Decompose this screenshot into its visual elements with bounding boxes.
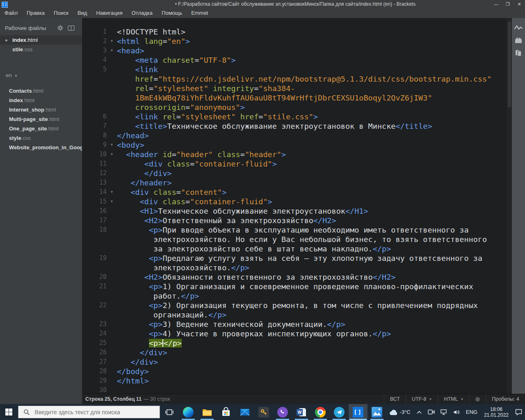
project-file[interactable]: Multi-page_site.html: [0, 114, 82, 124]
split-view-icon[interactable]: [68, 25, 75, 31]
start-button[interactable]: [0, 404, 18, 420]
scrollbar-thumb[interactable]: [508, 21, 511, 107]
taskbar-app-brackets[interactable]: []: [349, 404, 368, 420]
code-row[interactable]: работ.</p>: [82, 291, 512, 301]
taskbar-search[interactable]: [18, 406, 160, 418]
code-row[interactable]: 12 </div>: [82, 169, 512, 178]
menu-find[interactable]: Поиск: [49, 8, 73, 18]
project-file[interactable]: index.html: [0, 96, 82, 105]
code-row[interactable]: crossorigin="anonymous">: [82, 103, 512, 112]
taskbar-app-chrome[interactable]: [311, 404, 330, 420]
code-row[interactable]: 9▼<body>: [82, 140, 512, 150]
editor-scrollbar[interactable]: [507, 18, 512, 394]
code-row[interactable]: 17 <H2>Ответственный за электрохозяйство…: [82, 216, 512, 225]
search-input[interactable]: [34, 409, 155, 416]
code-row[interactable]: за электрохозяйство себе в штат весьма н…: [82, 244, 512, 253]
taskbar-app-word[interactable]: W: [292, 404, 311, 420]
code-row[interactable]: href="https://cdn.jsdelivr.net/npm/boots…: [82, 74, 512, 84]
code-row[interactable]: 13 </header>: [82, 178, 512, 187]
menu-edit[interactable]: Правка: [22, 8, 49, 18]
project-dropdown[interactable]: en▼: [0, 71, 82, 80]
live-preview-icon[interactable]: [514, 25, 523, 31]
minimize-button[interactable]: —: [491, 0, 502, 8]
clock[interactable]: 18:06 21.01.2022: [480, 406, 512, 418]
taskbar-app-file-explorer[interactable]: [198, 404, 217, 420]
weather-widget[interactable]: -3°C: [386, 404, 413, 420]
code-row[interactable]: 11 <div class="container-fluid">: [82, 159, 512, 169]
code-row[interactable]: 6 <link rel="stylesheet" href="stile.css…: [82, 112, 512, 121]
code-row[interactable]: 25 <p></p>: [82, 338, 512, 348]
volume-button[interactable]: [450, 404, 463, 420]
close-button[interactable]: ✕: [514, 0, 525, 8]
code-row[interactable]: 2▼<html lang="en">: [82, 37, 512, 46]
extension-manager-icon[interactable]: [514, 37, 523, 43]
taskbar-app-telegram[interactable]: [330, 404, 349, 420]
code-row[interactable]: электрохозяйство. Но если у Вас небольшо…: [82, 235, 512, 244]
menu-help[interactable]: Помощь: [157, 8, 187, 18]
code-row[interactable]: 1<!DOCTYPE html>: [82, 27, 512, 37]
working-file-stile-css[interactable]: stile.css: [0, 45, 82, 54]
code-row[interactable]: 19 <p>Предлагаю услугу взять на себя — э…: [82, 253, 512, 263]
indent-setting[interactable]: Пробелы: 4: [486, 394, 525, 404]
menu-emmet[interactable]: Emmet: [187, 8, 212, 18]
taskbar-app-edge[interactable]: [179, 404, 198, 420]
project-file[interactable]: style.css: [0, 133, 82, 143]
lint-status-indicator[interactable]: [469, 394, 486, 404]
menu-debug[interactable]: Отладка: [127, 8, 157, 18]
documents-icon[interactable]: [515, 49, 522, 57]
project-file[interactable]: One_page_site.html: [0, 124, 82, 133]
gear-icon[interactable]: [57, 25, 64, 31]
code-row[interactable]: 20 <H2>Обязанности ответственного за эле…: [82, 272, 512, 282]
code-row[interactable]: организаций.</p>: [82, 310, 512, 320]
taskbar-app-viber[interactable]: [273, 404, 292, 420]
overwrite-toggle[interactable]: ВСТ: [384, 394, 406, 404]
menu-navigate[interactable]: Навигация: [91, 8, 127, 18]
fold-arrow-icon[interactable]: ▼: [107, 150, 117, 159]
code-row[interactable]: 4 <meta charset="UTF-8">: [82, 55, 512, 65]
maximize-button[interactable]: ❐: [502, 0, 514, 8]
code-row[interactable]: 23 <p>3) Ведение технической документаци…: [82, 320, 512, 329]
fold-arrow-icon[interactable]: ▼: [107, 140, 117, 150]
code-row[interactable]: 7 <title>Техническое обслуживание электр…: [82, 121, 512, 131]
code-row[interactable]: 1BmE4kWBq78iYhFldvKuhfTAU6auU8tT94WrHftj…: [82, 93, 512, 103]
menu-view[interactable]: Вид: [73, 8, 92, 18]
language-indicator[interactable]: ENG: [463, 404, 480, 420]
working-file-index-html[interactable]: index.html: [0, 35, 82, 45]
fold-arrow-icon[interactable]: ▼: [107, 197, 117, 206]
code-editor[interactable]: 1<!DOCTYPE html>2▼<html lang="en">3▼<hea…: [82, 18, 512, 394]
code-row[interactable]: 22 <p>2) Организация текущего ремонта, в…: [82, 301, 512, 310]
code-row[interactable]: 21 <p>1) Оргаганизация и своевременное п…: [82, 282, 512, 291]
code-row[interactable]: 3▼<head>: [82, 46, 512, 55]
code-row[interactable]: 5 <link: [82, 65, 512, 74]
project-file[interactable]: Website_promotion_in_Google.h: [0, 143, 82, 152]
code-row[interactable]: 27 </div>: [82, 357, 512, 367]
code-row[interactable]: 14▼ <div class="content">: [82, 187, 512, 197]
fold-arrow-icon[interactable]: ▼: [107, 187, 117, 197]
code-row[interactable]: 28</body>: [82, 367, 512, 376]
project-file[interactable]: Internet_shop.html: [0, 105, 82, 114]
project-file[interactable]: Contacts.html: [0, 86, 82, 96]
taskbar-app-key-manager[interactable]: [254, 404, 273, 420]
taskbar-app-photos[interactable]: [368, 404, 386, 420]
code-row[interactable]: 18 <p>При вводе объекта в эксплуатацию н…: [82, 225, 512, 235]
task-view-button[interactable]: [160, 404, 179, 420]
fold-arrow-icon[interactable]: ▼: [107, 46, 117, 55]
tray-expand-button[interactable]: [413, 404, 425, 420]
code-row[interactable]: rel="stylesheet" integrity="sha384-: [82, 84, 512, 93]
taskbar-app-mail[interactable]: [235, 404, 254, 420]
code-row[interactable]: 26 </div>: [82, 348, 512, 357]
code-row[interactable]: 30: [82, 386, 512, 394]
action-center-button[interactable]: [512, 404, 525, 420]
code-row[interactable]: 16 <H1>Техническое обслуживание электроу…: [82, 206, 512, 216]
network-button[interactable]: [438, 404, 450, 420]
code-row[interactable]: 29</html>: [82, 376, 512, 386]
encoding-dropdown[interactable]: UTF-8▼: [406, 394, 438, 404]
taskbar-app-microsoft-store[interactable]: [217, 404, 235, 420]
code-row[interactable]: 10▼ <header id="header" class="header">: [82, 150, 512, 159]
meet-now-button[interactable]: [425, 404, 438, 420]
menu-file[interactable]: Файл: [0, 8, 22, 18]
language-dropdown[interactable]: HTML▼: [438, 394, 469, 404]
fold-arrow-icon[interactable]: ▼: [107, 37, 117, 46]
code-row[interactable]: 24 <p>4) Участие в проверках инспектирую…: [82, 329, 512, 338]
code-row[interactable]: электрохозяйство.</p>: [82, 263, 512, 272]
